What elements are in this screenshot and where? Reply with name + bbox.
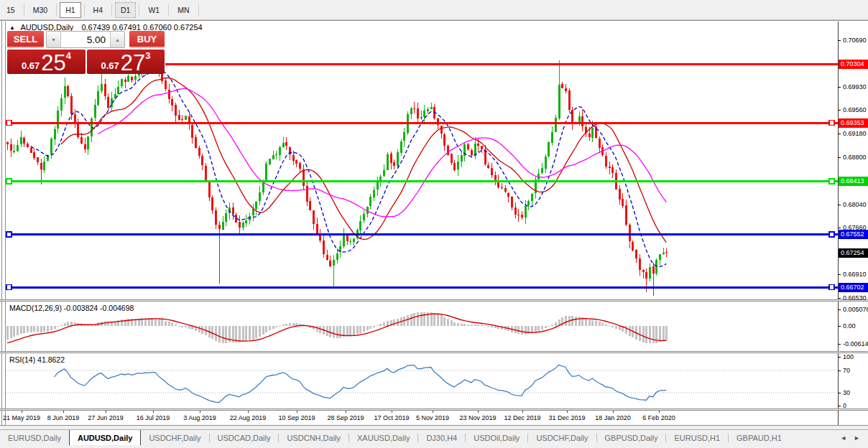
tab-scroll-right-icon[interactable]: ► <box>850 433 864 443</box>
timeframe-button-m30[interactable]: M30 <box>27 2 53 18</box>
candlesticks <box>6 60 668 297</box>
price-badge-0.69353: 0.69353 <box>839 118 868 128</box>
volume-input[interactable] <box>61 32 110 47</box>
buy-price-big: 27 <box>121 52 145 73</box>
price-tick-mark <box>838 40 841 41</box>
price-tick-label: 0.66910 <box>843 271 867 278</box>
tab-eurusd-daily[interactable]: EURUSD,Daily <box>0 430 69 446</box>
volume-increase-icon[interactable]: ▲ <box>110 32 124 47</box>
date-tick-mark <box>346 411 346 413</box>
rsi-label: RSI(14) 41.8622 <box>9 355 65 364</box>
screen-bottom-strip <box>0 445 868 448</box>
tab-eurusd-h1[interactable]: EURUSD,H1 <box>666 430 728 446</box>
timeframe-button-mn[interactable]: MN <box>172 2 195 18</box>
sell-price-big: 25 <box>41 52 65 73</box>
date-label: 23 Nov 2019 <box>459 414 496 421</box>
price-tick-label: 0.69560 <box>843 106 867 113</box>
rsi-axis-label: 100 <box>843 353 854 360</box>
timeframe-button-15[interactable]: 15 <box>1 2 21 18</box>
tab-gbpusd-daily[interactable]: GBPUSD,Daily <box>597 430 666 446</box>
buy-price-box[interactable]: 0.67 27 3 <box>87 50 165 74</box>
pane-separator-macd-rsi[interactable] <box>0 351 868 353</box>
buy-price-prefix: 0.67 <box>101 60 119 71</box>
price-tick-label: 0.69180 <box>843 130 867 137</box>
terminal-screen: 15M30H1H4D1W1MN ▲ AUDUSD,Daily 0.67439 0… <box>0 0 868 448</box>
pane-separator-rsi-dates[interactable] <box>0 409 868 411</box>
rsi-tick-mark <box>838 393 841 393</box>
hline-handle-right <box>829 285 834 290</box>
timeframe-button-d1[interactable]: D1 <box>115 2 136 18</box>
tab-usdoil-daily[interactable]: USDOil,Daily <box>466 430 527 446</box>
price-axis-border <box>838 22 839 425</box>
date-label: 28 Sep 2019 <box>327 414 364 421</box>
price-badge-0.67552: 0.67552 <box>839 230 868 239</box>
timeframe-button-h1[interactable]: H1 <box>60 2 80 18</box>
ma-lines <box>31 70 667 266</box>
date-tick-mark <box>567 411 568 413</box>
symbol-tabbar: EURUSD,DailyAUDUSD,DailyUSDCHF,DailyUSDC… <box>0 429 868 446</box>
date-label: 17 Oct 2019 <box>374 414 409 421</box>
date-label: 22 Aug 2019 <box>230 414 267 421</box>
instrument-triangle-icon[interactable]: ▲ <box>9 24 15 31</box>
macd-histogram <box>6 312 668 343</box>
tab-usdchf-daily[interactable]: USDCHF,Daily <box>141 430 208 446</box>
date-label: 18 Jan 2020 <box>595 414 631 421</box>
pane-separator-main-macd[interactable] <box>0 299 868 302</box>
date-tick-mark <box>297 411 297 413</box>
sell-price-box[interactable]: 0.67 25 4 <box>7 50 86 74</box>
toolbar-separator <box>111 4 112 17</box>
tab-gbpaud-h1[interactable]: GBPAUD,H1 <box>729 430 790 446</box>
tab-usdcnh-daily[interactable]: USDCNH,Daily <box>279 430 348 446</box>
date-tick-mark <box>433 411 433 413</box>
toolbar-separator <box>84 4 85 17</box>
window-border-left <box>1 20 2 426</box>
price-badge-0.67254: 0.67254 <box>839 248 868 258</box>
date-label: 16 Jul 2019 <box>137 414 170 421</box>
date-label: 12 Dec 2019 <box>504 414 540 421</box>
date-tick-mark <box>63 411 64 413</box>
price-tick-label: 0.66530 <box>843 294 867 302</box>
price-tick-label: 0.70690 <box>843 37 867 44</box>
tab-scroll-arrows: ◄► <box>836 430 868 446</box>
price-tick-mark <box>838 274 841 275</box>
price-badge-0.66702: 0.66702 <box>839 283 868 292</box>
timeframe-button-h4[interactable]: H4 <box>88 2 108 18</box>
tab-scroll-left-icon[interactable]: ◄ <box>836 433 850 443</box>
rsi-axis-label: 30 <box>843 389 850 396</box>
hline-handle-left <box>6 121 11 126</box>
rsi-tick-mark <box>838 406 841 406</box>
horizontal-lines[interactable] <box>6 64 838 290</box>
tab-xauusd-daily[interactable]: XAUUSD,Daily <box>349 430 417 446</box>
buy-button[interactable]: BUY <box>129 31 165 48</box>
date-tick-mark <box>392 411 392 413</box>
toolbar-separator <box>139 4 139 17</box>
date-tick-mark <box>613 411 614 413</box>
hline-handle-right <box>829 232 834 237</box>
tab-dj30-h4[interactable]: DJ30,H4 <box>418 430 465 446</box>
volume-decrease-icon[interactable]: ▼ <box>47 32 61 47</box>
sell-button[interactable]: SELL <box>7 31 44 48</box>
one-click-trade-panel: SELL ▼ ▲ BUY 0.67 25 4 0.67 27 3 <box>7 31 165 74</box>
date-tick-mark <box>478 411 479 413</box>
macd-label: MACD(12,26,9) -0.003824 -0.004698 <box>9 304 134 312</box>
price-tick-mark <box>838 205 841 205</box>
timeframe-toolbar: 15M30H1H4D1W1MN <box>0 0 868 20</box>
price-tick-mark <box>838 228 841 228</box>
toolbar-separator <box>56 4 57 17</box>
rsi-pane-canvas[interactable] <box>6 353 838 408</box>
sell-price-prefix: 0.67 <box>22 60 40 71</box>
macd-tick-mark <box>838 309 841 310</box>
price-tick-mark <box>838 298 841 299</box>
toolbar-separator <box>168 4 169 17</box>
hline-handle-right <box>829 179 834 184</box>
tab-usdchf-daily[interactable]: USDCHF,Daily <box>528 430 596 446</box>
timeframe-button-w1[interactable]: W1 <box>142 2 165 18</box>
macd-axis-label: -0.00614 <box>843 340 868 347</box>
date-label: 8 Jun 2019 <box>47 414 80 421</box>
tab-audusd-daily[interactable]: AUDUSD,Daily <box>69 430 141 446</box>
date-tick-mark <box>153 411 154 413</box>
price-tick-label: 0.68040 <box>843 201 867 208</box>
date-label: 27 Jun 2019 <box>88 414 124 421</box>
price-tick-mark <box>838 87 841 88</box>
tab-usdcad-daily[interactable]: USDCAD,Daily <box>210 430 279 446</box>
